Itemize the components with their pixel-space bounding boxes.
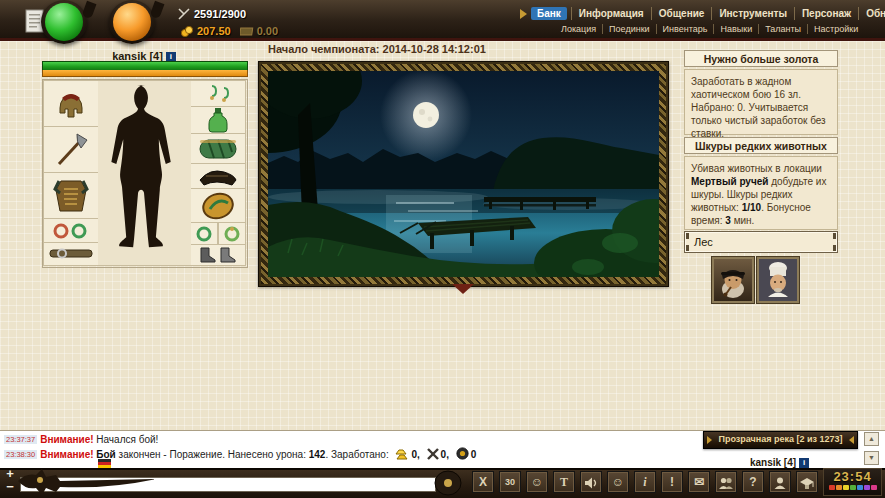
clock-time: 23:54	[824, 469, 881, 484]
toolbar-alert-button[interactable]: !	[661, 471, 683, 493]
dagger-ornament-icon	[14, 463, 154, 495]
npc-chef-portrait[interactable]	[757, 257, 799, 303]
toolbar-profile-button[interactable]	[769, 471, 791, 493]
quest-gold-title[interactable]: Нужно больше золота	[684, 50, 838, 67]
nav-skills[interactable]: Навыки	[713, 24, 758, 34]
npc-fisherman-portrait[interactable]	[712, 257, 754, 303]
quest-location-link[interactable]: Мертвый ручей	[691, 176, 768, 187]
equip-slot-ring-left[interactable]	[190, 222, 218, 245]
energy-orb[interactable]	[113, 3, 151, 41]
ticket-icon	[240, 26, 254, 37]
nav-talents[interactable]: Таланты	[758, 24, 807, 34]
chat-earn-coin: 0	[471, 449, 477, 460]
crossed-tools-icon	[427, 448, 439, 460]
location-name-box[interactable]: Лес	[684, 231, 838, 253]
frame-ornament	[452, 284, 474, 294]
toolbar-smiley2-button[interactable]: ☺	[607, 471, 629, 493]
chat-scroll-down-button[interactable]: ▼	[864, 451, 879, 465]
main-menu: Банк Информация Общение Инструменты Перс…	[520, 7, 885, 20]
quest-progress: 1/10	[742, 202, 761, 213]
toolbar-friends-button[interactable]	[715, 471, 737, 493]
nav-inventory[interactable]: Инвентарь	[656, 24, 714, 34]
chat-text: Начался бой!	[94, 434, 159, 445]
input-pommel-ornament	[433, 469, 463, 497]
quest-gold-body: Заработать в жадном хаотическом бою 16 з…	[684, 69, 838, 135]
equip-slot-weapon[interactable]	[43, 126, 99, 173]
character-stamina-bar	[42, 70, 248, 77]
banner-arrow-right-icon	[849, 436, 854, 444]
sub-menu: Локация Поединки Инвентарь Навыки Талант…	[555, 24, 864, 34]
equip-slot-shield[interactable]	[190, 188, 246, 223]
gold-value: 207.50	[197, 25, 231, 37]
chat-damage-value: 142	[309, 449, 326, 460]
toolbar-mail-button[interactable]: ✉	[688, 471, 710, 493]
equipment-panel	[42, 79, 248, 268]
quest-skins-text: Убивая животных в локации	[691, 163, 822, 174]
chat-earn-gold: 0,	[411, 449, 419, 460]
chat-timestamp: 23:38:30	[4, 450, 37, 459]
nav-duels[interactable]: Поединки	[602, 24, 656, 34]
nav-settings[interactable]: Настройки	[807, 24, 864, 34]
chat-scroll-up-button[interactable]: ▲	[864, 432, 879, 446]
equip-slot-ring-right[interactable]	[218, 222, 246, 245]
equip-slot-boots[interactable]	[190, 244, 246, 266]
chat-warning: Внимание!	[40, 434, 93, 445]
game-logo	[824, 485, 881, 490]
quest-skins-body: Убивая животных в локации Мертвый ручей …	[684, 156, 838, 230]
nav-tools[interactable]: Инструменты	[711, 7, 794, 20]
equip-slot-bracer[interactable]	[190, 133, 246, 164]
dark-coin-icon	[456, 447, 469, 460]
location-image-frame	[258, 61, 669, 287]
game-clock-widget[interactable]: 23:54	[823, 468, 882, 496]
chat-text: . Заработано:	[325, 449, 391, 460]
hp-value: 2591/2900	[194, 8, 246, 20]
player-info-icon[interactable]: i	[799, 458, 809, 468]
nav-information[interactable]: Информация	[571, 7, 651, 20]
equip-slot-helmet[interactable]	[43, 80, 99, 127]
toolbar-smiley-button[interactable]: ☺	[526, 471, 548, 493]
nav-refresh[interactable]: Обновить	[858, 7, 885, 20]
equip-slot-glove[interactable]	[190, 163, 246, 189]
equip-slot-armor[interactable]	[43, 172, 99, 219]
health-orb[interactable]	[45, 3, 83, 41]
crossed-swords-icon	[178, 8, 190, 20]
gold-coins-icon	[180, 25, 194, 37]
toolbar-info-button[interactable]: i	[634, 471, 656, 493]
location-selector-banner[interactable]: Прозрачная река [2 из 1273]	[703, 431, 858, 449]
nav-character[interactable]: Персонаж	[794, 7, 858, 20]
nav-location[interactable]: Локация	[555, 24, 602, 34]
equip-slot-belt[interactable]	[43, 242, 99, 266]
banner-arrow-left-icon	[707, 436, 712, 444]
gold-bars-icon	[395, 448, 409, 460]
character-silhouette[interactable]	[98, 80, 191, 266]
championship-label: Начало чемпионата: 2014-10-28 14:12:01	[268, 43, 486, 55]
currency-readout: 207.50 0.00	[180, 25, 278, 37]
quest-skins-title[interactable]: Шкуры редких животных	[684, 137, 838, 154]
river-banner-label: Прозрачная река [2 из 1273]	[718, 434, 842, 444]
toolbar-academy-button[interactable]	[796, 471, 818, 493]
toolbar-timer30-button[interactable]: 30	[499, 471, 521, 493]
toolbar-help-button[interactable]: ?	[742, 471, 764, 493]
player-name[interactable]: kansik [4]	[750, 457, 796, 468]
chat-earn-metal: 0,	[441, 449, 449, 460]
chat-text: закончен - Поражение. Нанесено урона:	[116, 449, 309, 460]
chat-message: 23:38:30Внимание! Бой закончен - Поражен…	[4, 447, 476, 460]
chat-message: 23:37:37Внимание! Начался бой!	[4, 434, 158, 445]
nav-communication[interactable]: Общение	[651, 7, 712, 20]
equip-slot-rings[interactable]	[43, 218, 99, 243]
equip-slot-earrings[interactable]	[190, 80, 246, 107]
location-name: Лес	[694, 236, 713, 248]
nav-bank[interactable]: Банк	[531, 7, 567, 20]
equip-slot-potion[interactable]	[190, 106, 246, 134]
toolbar-sound-button[interactable]	[580, 471, 602, 493]
game-screen: 2591/2900 207.50 0.00 Банк Информация Об…	[0, 0, 885, 498]
night-lake-image[interactable]	[268, 71, 659, 277]
toolbar-font-button[interactable]: T	[553, 471, 575, 493]
toolbar-close-button[interactable]: X	[472, 471, 494, 493]
nav-arrow-left-icon	[520, 9, 527, 19]
chat-warning: Внимание!	[40, 449, 93, 460]
quest-skins-text: мин.	[731, 215, 755, 226]
tickets-value: 0.00	[257, 25, 278, 37]
hp-readout: 2591/2900	[178, 8, 246, 20]
chat-timestamp: 23:37:37	[4, 435, 37, 444]
